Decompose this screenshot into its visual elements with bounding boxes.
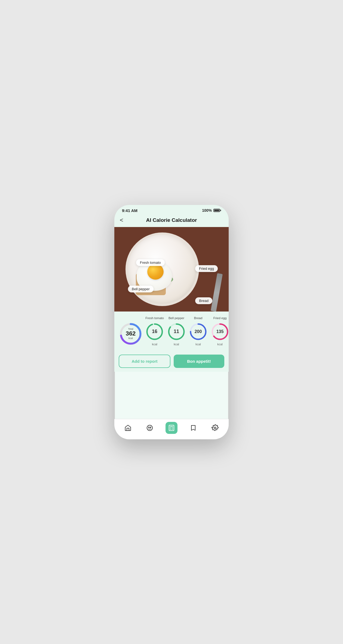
calories-section: Total Total 362: [114, 312, 229, 350]
fresh-tomato-value: 16: [152, 329, 157, 334]
fresh-tomato-ring: 16: [145, 322, 164, 341]
bell-pepper-ring: 11: [167, 322, 186, 341]
fried-egg-calorie-item: Fried egg 135 kcal: [210, 316, 229, 346]
nav-bar: [114, 419, 229, 439]
nav-bookmark[interactable]: [187, 422, 199, 434]
bookmark-icon: [187, 422, 199, 434]
header: < AI Calorie Calculator: [114, 214, 229, 227]
label-fried-egg: Fried egg: [195, 265, 218, 272]
back-button[interactable]: <: [120, 217, 128, 224]
nav-home[interactable]: [122, 422, 134, 434]
bread-ring: 200: [188, 322, 208, 341]
battery-percentage: 100%: [202, 208, 212, 213]
settings-icon: [209, 422, 221, 434]
status-right: 100%: [202, 208, 221, 213]
bread-name: Bread: [194, 316, 203, 321]
label-bell-pepper: Bell pepper: [128, 286, 154, 292]
label-fresh-tomato: Fresh tomato: [136, 259, 165, 266]
svg-point-19: [214, 427, 216, 429]
bread-unit: kcal: [195, 343, 201, 346]
fresh-tomato-calorie-item: Fresh tomato 16 kcal: [145, 316, 164, 346]
bell-pepper-unit: kcal: [174, 343, 179, 346]
fried-egg-ring: 135: [210, 322, 229, 341]
page-title: AI Calorie Calculator: [128, 217, 215, 223]
nav-settings[interactable]: [209, 422, 221, 434]
bread-value: 200: [195, 329, 202, 334]
home-icon: [122, 422, 134, 434]
food-image-container: Fresh tomato Fried egg Bell pepper Bread: [114, 227, 229, 312]
nav-calculator[interactable]: [166, 422, 177, 434]
label-bread: Bread: [195, 297, 212, 304]
svg-point-11: [149, 427, 149, 428]
nav-profile[interactable]: [144, 422, 156, 434]
svg-point-10: [147, 425, 152, 431]
action-buttons: Add to report Bon appetit!: [114, 350, 229, 372]
add-to-report-button[interactable]: Add to report: [119, 355, 170, 368]
fried-egg-value: 135: [216, 329, 224, 334]
svg-point-12: [150, 427, 151, 428]
bell-pepper-value: 11: [174, 329, 179, 334]
bell-pepper-name: Bell pepper: [169, 316, 184, 321]
status-bar: 9:41 AM 100%: [114, 205, 229, 214]
face-icon: [144, 422, 156, 434]
phone-frame: 9:41 AM 100% < AI Calorie Calculator: [114, 205, 229, 439]
fresh-tomato-name: Fresh tomato: [145, 316, 164, 321]
calories-row: Total Total 362: [119, 316, 224, 346]
bell-pepper-calorie-item: Bell pepper 11 kcal: [167, 316, 186, 346]
total-ring: Total 362 kcal: [119, 322, 143, 346]
calculator-icon: [166, 422, 177, 434]
egg-yolk-visual: [147, 264, 164, 280]
total-inner-unit: kcal: [126, 337, 136, 340]
fresh-tomato-unit: kcal: [152, 343, 157, 346]
bon-appetit-button[interactable]: Bon appetit!: [174, 355, 224, 368]
fried-egg-name: Fried egg: [213, 316, 227, 321]
total-calorie-item: Total Total 362: [119, 316, 143, 346]
status-time: 9:41 AM: [122, 208, 137, 213]
fried-egg-unit: kcal: [217, 343, 223, 346]
svg-rect-13: [169, 425, 174, 431]
total-inner-value: 362: [126, 330, 136, 337]
bread-calorie-item: Bread 200 kcal: [188, 316, 208, 346]
battery-icon: [213, 209, 221, 212]
